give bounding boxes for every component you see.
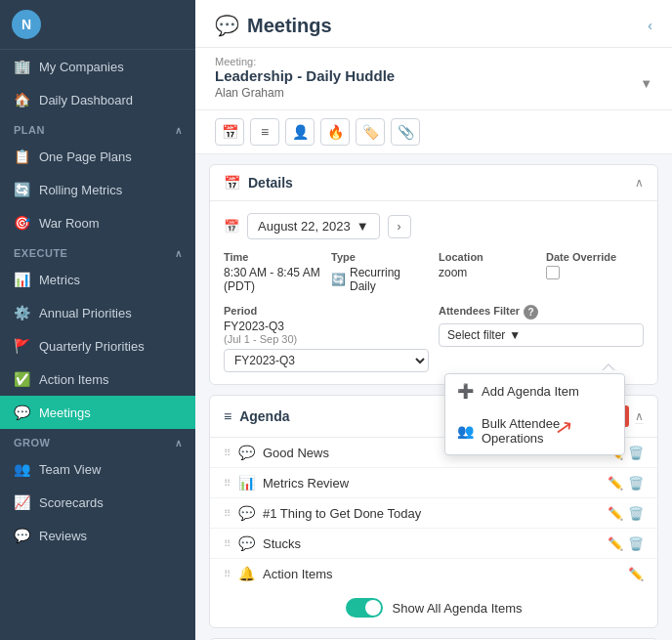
- sidebar-logo: N: [0, 0, 195, 50]
- section-plan: Plan ∧: [0, 116, 195, 140]
- agenda-delete-btn[interactable]: 🗑️: [628, 536, 644, 551]
- agenda-edit-btn[interactable]: ✏️: [608, 476, 623, 491]
- agenda-icon: ≡: [224, 408, 231, 424]
- filter-dropdown-icon: ▼: [509, 328, 521, 342]
- date-override-col: Date Override: [546, 251, 644, 279]
- drag-handle[interactable]: ⠿: [224, 448, 231, 458]
- toolbar-people-btn[interactable]: 👤: [285, 118, 315, 146]
- agenda-edit-btn[interactable]: ✏️: [608, 536, 623, 551]
- toolbar: 📅 ≡ 👤 🔥 🏷️ 📎: [195, 110, 672, 154]
- attendees-filter-select[interactable]: Select filter ▼: [439, 323, 644, 347]
- sidebar-item-label: Annual Priorities: [39, 306, 132, 320]
- sidebar-item-team-view[interactable]: 👥 Team View: [0, 452, 195, 486]
- company-icon: 🏢: [14, 59, 30, 74]
- drag-handle[interactable]: ⠿: [224, 538, 231, 549]
- agenda-edit-btn[interactable]: ✏️: [608, 506, 623, 521]
- dropdown-arrow-inner: [603, 365, 614, 371]
- details-section: 📅 Details ∧ 📅 August 22, 2023 ▼ ›: [209, 164, 658, 385]
- agenda-item-icon: 💬: [238, 535, 255, 551]
- details-grid: Time 8:30 AM - 8:45 AM (PDT) Type 🔄 Recu…: [224, 251, 644, 293]
- chevron-up-icon: ∧: [175, 438, 183, 448]
- sidebar-item-annual-priorities[interactable]: ⚙️ Annual Priorities: [0, 296, 195, 329]
- agenda-items-list: ⠿ 💬 Good News ✏️ 🗑️ ⠿ 📊 Metrics Review ✏…: [210, 438, 657, 588]
- agenda-item-icon: 🔔: [238, 566, 255, 581]
- agenda-item: ⠿ 💬 Stucks ✏️ 🗑️: [210, 529, 657, 559]
- sidebar-item-quarterly-priorities[interactable]: 🚩 Quarterly Priorities: [0, 329, 195, 363]
- sidebar-item-rolling-metrics[interactable]: 🔄 Rolling Metrics: [0, 173, 195, 206]
- toolbar-tag-btn[interactable]: 🏷️: [356, 118, 385, 146]
- agenda-collapse-icon: ∧: [635, 409, 644, 424]
- date-override-checkbox[interactable]: [546, 266, 560, 279]
- date-picker-button[interactable]: August 22, 2023 ▼: [247, 213, 380, 239]
- dropdown-add-agenda-item[interactable]: ➕ Add Agenda Item: [445, 374, 624, 407]
- meeting-info: Meeting: Leadership - Daily Huddle Alan …: [195, 48, 672, 110]
- collapse-icon[interactable]: ‹: [648, 18, 652, 33]
- agenda-item-text: Stucks: [263, 536, 600, 551]
- period-select[interactable]: FY2023-Q3: [224, 349, 429, 372]
- agenda-item-text: #1 Thing to Get Done Today: [263, 506, 600, 521]
- sidebar-item-reviews[interactable]: 💬 Reviews: [0, 519, 195, 552]
- sidebar-item-label: Reviews: [39, 529, 87, 543]
- meeting-name: Leadership - Daily Huddle: [215, 67, 395, 84]
- agenda-delete-btn[interactable]: 🗑️: [628, 446, 644, 460]
- sidebar-item-one-page-plans[interactable]: 📋 One Page Plans: [0, 140, 195, 173]
- toolbar-list-btn[interactable]: ≡: [250, 118, 279, 146]
- help-icon[interactable]: ?: [524, 305, 538, 320]
- plus-icon: ➕: [457, 383, 474, 399]
- sidebar: N 🏢 My Companies 🏠 Daily Dashboard Plan …: [0, 0, 195, 640]
- sidebar-item-label: War Room: [39, 216, 100, 231]
- agenda-delete-btn[interactable]: 🗑️: [628, 506, 644, 521]
- sidebar-item-scorecards[interactable]: 📈 Scorecards: [0, 486, 195, 519]
- sidebar-item-metrics[interactable]: 📊 Metrics: [0, 263, 195, 296]
- main-header: 💬 Meetings ‹: [195, 0, 672, 48]
- dropdown-bulk-attendee[interactable]: 👥 Bulk Attendee Operations: [445, 407, 624, 454]
- show-all-agenda-toggle[interactable]: [346, 598, 383, 618]
- meetings-header-icon: 💬: [215, 14, 239, 37]
- reviews-icon: 💬: [14, 528, 30, 543]
- drag-handle[interactable]: ⠿: [224, 478, 231, 489]
- meeting-person: Alan Graham: [215, 86, 395, 100]
- section-execute: Execute ∧: [0, 239, 195, 263]
- toolbar-calendar-btn[interactable]: 📅: [215, 118, 244, 146]
- toolbar-fire-btn[interactable]: 🔥: [320, 118, 350, 146]
- sidebar-item-my-companies[interactable]: 🏢 My Companies: [0, 50, 195, 83]
- meeting-label: Meeting:: [215, 56, 652, 67]
- details-collapse-icon: ∧: [635, 176, 644, 190]
- section-grow: Grow ∧: [0, 429, 195, 452]
- agenda-item: ⠿ 💬 #1 Thing to Get Done Today ✏️ 🗑️: [210, 498, 657, 529]
- sidebar-item-label: Rolling Metrics: [39, 183, 122, 197]
- chevron-up-icon: ∧: [175, 248, 183, 259]
- scorecard-icon: 📈: [14, 494, 30, 510]
- war-room-icon: 🎯: [14, 215, 30, 231]
- date-calendar-icon: 📅: [224, 219, 239, 234]
- agenda-item-icon: 💬: [238, 445, 255, 460]
- sidebar-item-action-items[interactable]: ✅ Action Items: [0, 363, 195, 396]
- sidebar-item-meetings[interactable]: 💬 Meetings: [0, 396, 195, 429]
- sidebar-item-label: Team View: [39, 462, 101, 477]
- meetings-icon: 💬: [14, 405, 30, 420]
- agenda-edit-btn[interactable]: ✏️: [628, 567, 644, 581]
- date-dropdown-icon: ▼: [357, 219, 369, 234]
- bulk-attendee-icon: 👥: [457, 423, 474, 439]
- sidebar-item-label: Metrics: [39, 273, 80, 287]
- agenda-dropdown-menu: ➕ Add Agenda Item 👥 Bulk Attendee Operat…: [444, 373, 625, 455]
- agenda-item-icon: 💬: [238, 505, 255, 521]
- meeting-dropdown-icon[interactable]: ▼: [640, 76, 652, 91]
- team-icon: 👥: [14, 461, 30, 477]
- location-col: Location zoom: [439, 251, 536, 279]
- agenda-delete-btn[interactable]: 🗑️: [628, 476, 644, 491]
- sidebar-item-label: My Companies: [39, 60, 124, 74]
- drag-handle[interactable]: ⠿: [224, 569, 231, 579]
- date-next-btn[interactable]: ›: [388, 215, 411, 238]
- agenda-item-icon: 📊: [238, 475, 255, 491]
- toolbar-paperclip-btn[interactable]: 📎: [391, 118, 420, 146]
- details-header[interactable]: 📅 Details ∧: [210, 165, 657, 201]
- drag-handle[interactable]: ⠿: [224, 508, 231, 519]
- sidebar-item-war-room[interactable]: 🎯 War Room: [0, 206, 195, 239]
- agenda-item-text: Metrics Review: [263, 476, 600, 491]
- agenda-item: ⠿ 📊 Metrics Review ✏️ 🗑️: [210, 468, 657, 498]
- sidebar-item-label: Scorecards: [39, 495, 104, 510]
- sidebar-item-daily-dashboard[interactable]: 🏠 Daily Dashboard: [0, 83, 195, 116]
- time-col: Time 8:30 AM - 8:45 AM (PDT): [224, 251, 321, 293]
- agenda-item-text: Action Items: [263, 567, 620, 581]
